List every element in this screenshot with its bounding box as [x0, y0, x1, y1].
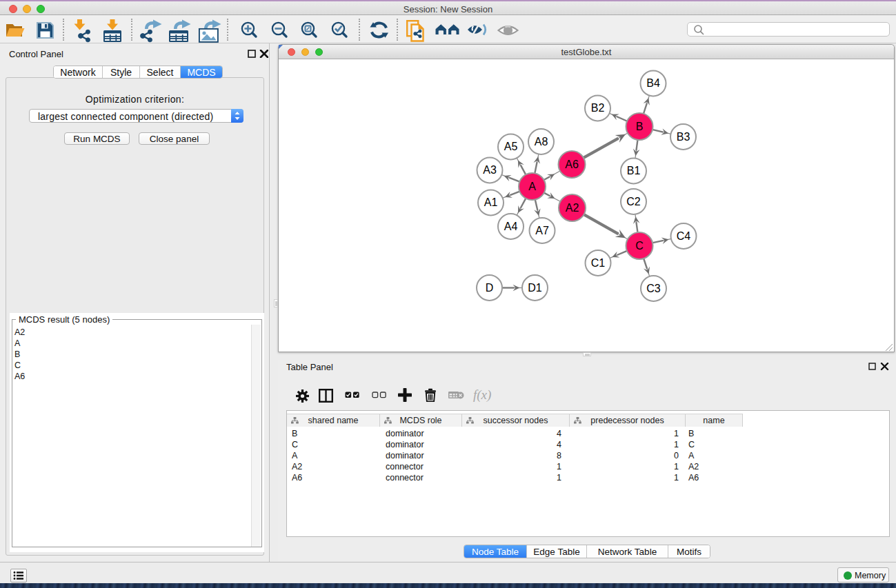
svg-text:D1: D1	[528, 282, 542, 294]
svg-text:B3: B3	[677, 131, 690, 143]
svg-text:D: D	[486, 282, 494, 294]
svg-text:A3: A3	[483, 164, 497, 176]
svg-text:A8: A8	[535, 136, 548, 148]
svg-text:A: A	[528, 181, 536, 192]
svg-text:C2: C2	[626, 196, 641, 207]
svg-text:A6: A6	[565, 159, 579, 170]
svg-text:B1: B1	[627, 165, 641, 176]
svg-text:C4: C4	[677, 230, 691, 242]
svg-text:A2: A2	[566, 202, 579, 214]
svg-text:C: C	[635, 240, 644, 252]
svg-text:B2: B2	[591, 102, 605, 114]
svg-text:A1: A1	[484, 196, 498, 208]
svg-text:C3: C3	[646, 283, 661, 294]
svg-text:A4: A4	[504, 221, 518, 232]
svg-text:A7: A7	[535, 225, 549, 236]
svg-text:C1: C1	[591, 257, 606, 269]
svg-text:B4: B4	[646, 77, 660, 89]
svg-text:A5: A5	[504, 141, 518, 152]
svg-text:B: B	[636, 121, 644, 132]
